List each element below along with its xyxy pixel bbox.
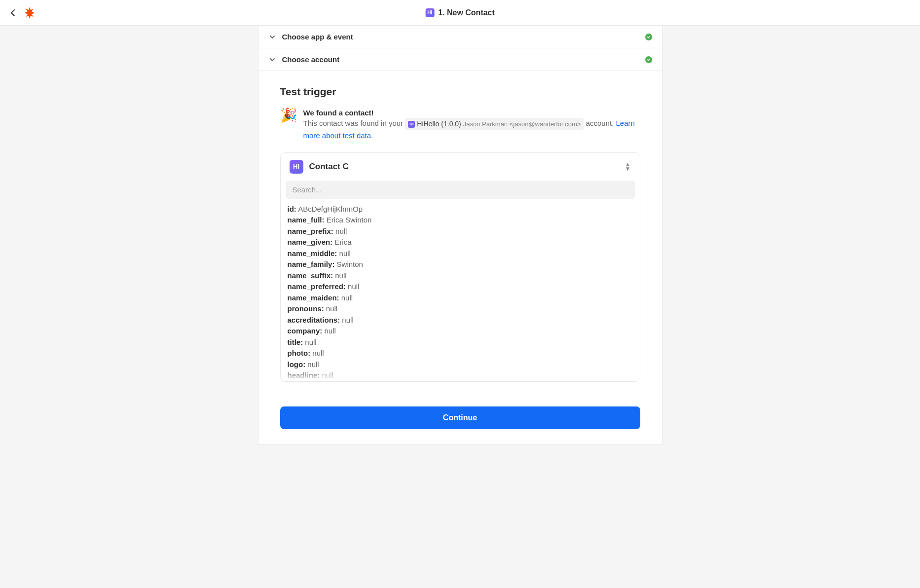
- main-panel: Choose app & event Choose account Test t…: [258, 26, 662, 444]
- field-value: null: [340, 316, 354, 324]
- field-key: photo:: [288, 349, 311, 357]
- step-row-left: Choose app & event: [268, 33, 353, 41]
- field-value: null: [310, 349, 324, 357]
- hihello-icon: Hi: [425, 8, 434, 17]
- field-row: company: null: [288, 326, 633, 337]
- field-row: name_suffix: null: [288, 270, 633, 282]
- field-value: null: [324, 304, 338, 313]
- field-row: pronouns: null: [288, 303, 633, 315]
- field-row: headline: null: [288, 370, 633, 381]
- step-label: Choose app & event: [282, 33, 353, 41]
- field-key: id:: [288, 205, 296, 213]
- search-input[interactable]: [286, 181, 635, 199]
- field-key: headline:: [288, 371, 320, 379]
- step-label: Choose account: [282, 55, 340, 64]
- field-key: company:: [288, 327, 323, 335]
- field-key: name_middle:: [288, 249, 337, 257]
- step-choose-account[interactable]: Choose account: [258, 48, 662, 71]
- field-value: null: [333, 271, 347, 280]
- contact-selector[interactable]: Hi Contact C ▲▼: [281, 153, 640, 181]
- contact-card: Hi Contact C ▲▼ id: ABcDefgHijKlmnOpname…: [280, 152, 640, 382]
- step-choose-app-event[interactable]: Choose app & event: [258, 26, 662, 48]
- field-value: null: [322, 327, 336, 335]
- field-row: name_preferred: null: [288, 281, 633, 293]
- field-row: photo: null: [288, 348, 633, 359]
- field-value: null: [339, 294, 353, 302]
- sort-icon: ▲▼: [625, 162, 631, 171]
- field-row: name_prefix: null: [288, 226, 633, 237]
- field-row: name_maiden: null: [288, 293, 633, 304]
- field-key: title:: [288, 338, 303, 346]
- account-email: Jason Parkman <jason@wanderfor.com>: [463, 119, 581, 129]
- step-row-left: Choose account: [268, 55, 340, 64]
- field-row: name_middle: null: [288, 248, 633, 259]
- chevron-left-icon: [10, 9, 15, 17]
- found-description: This contact was found in your Hi HiHell…: [303, 118, 640, 142]
- back-button[interactable]: [8, 8, 18, 18]
- found-text-prefix: This contact was found in your: [303, 119, 404, 127]
- found-text-suffix: account.: [586, 119, 614, 127]
- hihello-icon: Hi: [408, 121, 415, 128]
- field-value: null: [333, 227, 347, 235]
- contact-label: Contact C: [309, 162, 349, 172]
- field-row: name_given: Erica: [288, 237, 633, 248]
- field-row: name_full: Erica Swinton: [288, 215, 633, 226]
- found-title: We found a contact!: [303, 109, 640, 117]
- field-key: name_suffix:: [288, 271, 333, 280]
- field-key: name_prefix:: [288, 227, 333, 235]
- test-trigger-title: Test trigger: [280, 86, 640, 98]
- field-row: logo: null: [288, 359, 633, 370]
- field-key: pronouns:: [288, 304, 324, 313]
- app-header: Hi 1. New Contact: [0, 0, 920, 26]
- field-value: null: [305, 360, 319, 368]
- field-key: logo:: [288, 360, 306, 368]
- contact-header-left: Hi Contact C: [290, 160, 349, 174]
- continue-button[interactable]: Continue: [280, 406, 640, 429]
- field-key: name_family:: [288, 260, 335, 268]
- app-pill: Hi HiHello (1.0.0) Jason Parkman <jason@…: [405, 118, 584, 130]
- found-content: We found a contact! This contact was fou…: [303, 109, 640, 142]
- field-row: title: null: [288, 337, 633, 348]
- field-key: name_preferred:: [288, 282, 346, 291]
- test-trigger-section: Test trigger 🎉 We found a contact! This …: [258, 71, 662, 394]
- field-value: null: [320, 371, 333, 379]
- field-key: name_maiden:: [288, 294, 339, 302]
- found-contact-row: 🎉 We found a contact! This contact was f…: [280, 109, 640, 142]
- field-value: Erica Swinton: [325, 216, 372, 224]
- field-value: Swinton: [334, 260, 363, 268]
- field-row: accreditations: null: [288, 315, 633, 326]
- field-key: accreditations:: [288, 316, 340, 324]
- field-value: null: [346, 282, 360, 291]
- check-icon: [645, 34, 652, 40]
- chevron-down-icon: [268, 33, 276, 41]
- chevron-down-icon: [268, 56, 276, 64]
- header-title-wrap: Hi 1. New Contact: [425, 8, 495, 17]
- app-name: HiHello (1.0.0): [417, 119, 461, 129]
- fields-list: id: ABcDefgHijKlmnOpname_full: Erica Swi…: [281, 204, 640, 381]
- field-row: id: ABcDefgHijKlmnOp: [288, 204, 633, 215]
- field-key: name_given:: [288, 238, 333, 246]
- field-key: name_full:: [288, 216, 325, 224]
- zapier-logo: [24, 7, 36, 19]
- header-left: [8, 7, 36, 19]
- hihello-icon: Hi: [290, 160, 303, 174]
- party-popper-icon: 🎉: [280, 109, 297, 142]
- field-value: Erica: [332, 238, 351, 246]
- field-value: null: [303, 338, 317, 346]
- field-row: name_family: Swinton: [288, 259, 633, 270]
- field-value: null: [337, 249, 351, 257]
- check-icon: [645, 56, 652, 63]
- field-value: ABcDefgHijKlmnOp: [296, 205, 363, 213]
- page-title: 1. New Contact: [438, 8, 495, 17]
